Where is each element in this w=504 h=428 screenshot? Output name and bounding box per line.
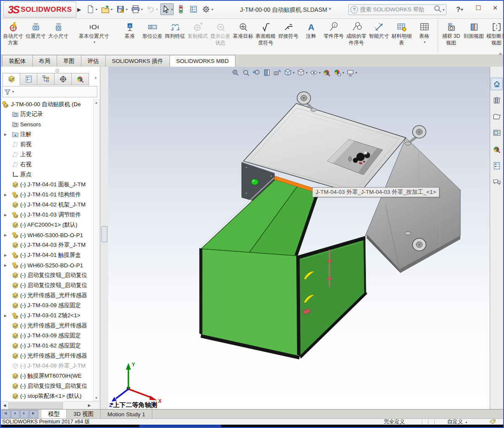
custom-status-dropdown[interactable]: 自定义 [447,418,463,425]
solidworks-logo[interactable]: 3S SOLIDWORKS [3,2,76,18]
tree-item[interactable]: ▶ (-) 光纤传感器_光纤传感器 [1,351,93,361]
menu-expander-icon[interactable]: ▶ [77,4,83,15]
featuremanager-tab[interactable] [3,73,20,85]
expand-arrow-icon[interactable]: ▶ [4,213,9,217]
smart-dimension[interactable]: 智能尺寸 [368,20,390,52]
dropdown-caret-icon[interactable]: ▾ [319,71,321,75]
show-tolerance-status[interactable]: 显示公差状态 [209,20,232,52]
expand-arrow-icon[interactable]: ▶ [4,133,9,136]
tree-item[interactable]: ▶ (-) J-TM-01-03 调节组件 [1,210,93,220]
datum[interactable]: A 基准 [118,20,141,52]
zoom-to-area[interactable] [241,67,251,78]
tree-item[interactable]: ▶ 原点 [1,170,93,180]
previous-frame[interactable] [11,410,20,418]
tree-item[interactable]: ▶ 前视 [1,139,93,149]
dropdown-caret-icon[interactable]: ▾ [424,40,426,44]
view-settings[interactable]: ▾ [346,67,358,78]
expand-arrow-icon[interactable]: ▶ [4,253,9,257]
dropdown-caret-icon[interactable]: ▾ [355,71,357,75]
minimize-document[interactable] [465,56,473,64]
minimize-window-button[interactable]: – [456,3,467,13]
design-library[interactable] [491,94,503,107]
displaymanager-tab[interactable] [71,73,89,85]
first-frame[interactable] [2,410,10,418]
next-frame[interactable] [20,410,29,418]
home[interactable] [491,78,503,90]
collapse-pane-right[interactable] [451,56,460,64]
tab-assembly[interactable]: 装配体 [2,55,33,67]
select[interactable]: ▾ [160,3,174,15]
apply-scene[interactable]: ▾ [333,67,345,78]
weld-symbol[interactable]: 焊接符号 [277,20,300,52]
save[interactable]: ! ▾ [115,3,128,15]
balloon[interactable]: 1 零件序号 [322,20,345,52]
tab-model[interactable]: 模型 [42,410,67,419]
dropdown-caret-icon[interactable]: ▾ [111,8,112,11]
restore-document[interactable] [478,56,486,64]
collapse-pane-left[interactable] [438,56,446,64]
tab-sketch[interactable]: 草图 [57,55,81,67]
tab-solidworks-mbd[interactable]: SOLIDWORKS MBD [170,55,235,67]
last-frame[interactable] [29,410,38,418]
tree-item[interactable]: ▶ (-) J-TM-04-01 面板_J-TM [1,180,93,190]
tree-item[interactable]: ▶ A 注解 [1,129,93,139]
dropdown-caret-icon[interactable]: ▾ [293,71,295,75]
dropdown-caret-icon[interactable]: ▾ [306,71,308,75]
propertymanager-tab[interactable] [20,73,37,85]
tree-item[interactable]: ▶ (-) J-TM-03-09 感应固定 [1,300,93,311]
solidworks-forum[interactable] [491,176,503,188]
basic-location-dimension[interactable]: 基本位置尺寸 ▾ [70,20,118,52]
tree-vertical-scrollbar[interactable]: ▲ ▼ [93,99,99,401]
tree-filter-box[interactable]: ▾ [2,86,97,97]
tree-item[interactable]: ▶ (-) J-TM-01-01 结构组件 [1,190,93,200]
file-properties[interactable] [188,3,199,15]
tables[interactable]: 表格 ▾ [413,20,436,52]
camera-annotation-view[interactable]: A [273,67,282,78]
appearances-scenes[interactable] [491,143,503,156]
tab-solidworks-addins[interactable]: SOLIDWORKS 插件 [105,55,170,67]
section-view[interactable] [262,67,272,78]
tree-item[interactable]: ▶ (-) J-TM-04-09 外罩_J-TM [1,361,93,371]
capture-3d-view[interactable]: 3D 捕获 3D 视图 [438,20,462,52]
stacked-balloon[interactable]: 成组的零件序号 [345,20,368,52]
undo[interactable]: ▾ [145,3,159,15]
maximize-window-button[interactable]: ☐ [473,3,484,13]
tree-horizontal-scrollbar[interactable]: ◀ ▶ [1,401,100,410]
auto-dimension-scheme[interactable]: 自动尺寸方案 [2,20,24,52]
tree-item[interactable]: ▶ 上视 [1,149,93,159]
dropdown-caret-icon[interactable]: ▾ [126,8,128,11]
options[interactable]: ▾ [201,3,214,15]
tree-item[interactable]: ▶ (-) WH60-S250-BD-O-P1 [1,260,93,270]
tree-item[interactable]: ▶ (-) J-TM-04-01 触摸屏盒 [1,250,93,260]
viewport-3d[interactable]: A ▾ ▾ ▾ ▾ [108,67,491,410]
tab-3d-views[interactable]: 3D 视图 [67,410,101,419]
splitter-handle[interactable] [101,226,107,242]
dropdown-caret-icon[interactable]: ▾ [94,40,95,44]
filter-caret-icon[interactable]: ▾ [12,90,14,94]
new-document[interactable]: ▾ [85,3,98,15]
tree-root-item[interactable]: J-TM-00-00 自动贴膜机 (De [2,99,92,109]
dimxpertmanager-tab[interactable] [54,73,72,85]
tree-item[interactable]: ▶ (-) J-TM-04-02 机架_J-TM [1,200,93,210]
view-palette[interactable] [491,127,503,139]
model-3d-scene[interactable] [108,67,491,410]
tab-evaluate[interactable]: 评估 [81,55,106,67]
tree-item[interactable]: ▶ Sensors [1,119,93,129]
copy-scheme[interactable]: 复制模式 [186,20,209,52]
previous-view[interactable] [252,67,261,78]
display-style[interactable]: ▾ [296,67,308,78]
close-document[interactable] [491,56,500,64]
datum-target[interactable]: A1 基准目标 [232,20,254,52]
tree-item[interactable]: ▶ (-) 光纤传感器_光纤传感器 [1,290,93,300]
tree-item[interactable]: ▶ (-) 触摸屏MT6070iH(WE [1,371,93,381]
dropdown-caret-icon[interactable]: ▾ [141,8,143,11]
dropdown-caret-icon[interactable]: ▾ [342,71,344,75]
search-icon[interactable] [433,5,442,15]
tag-icon[interactable] [489,419,496,425]
tree-item[interactable]: ▶ (-) 启动复位按钮_启动复位 [1,381,93,391]
custom-status-caret-icon[interactable]: ▴ [465,420,467,424]
dropdown-caret-icon[interactable]: ▾ [96,8,97,11]
open[interactable]: ▾ [100,3,113,15]
tree-item[interactable]: ▶ (-) WH60-S300-BD-O-P1 [1,230,93,240]
panel-collapse-dot[interactable] [55,69,59,73]
